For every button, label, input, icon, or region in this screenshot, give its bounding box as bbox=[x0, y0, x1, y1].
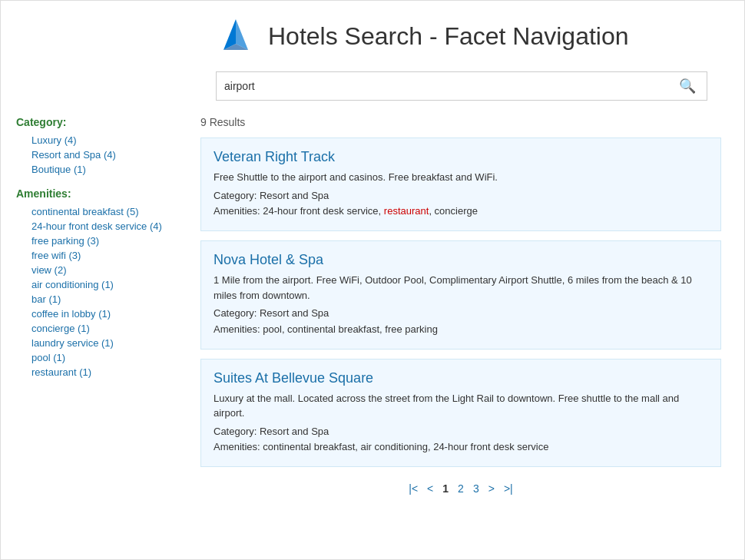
facet-free-wifi[interactable]: free wifi (3) bbox=[16, 250, 185, 261]
pagination-page-1: 1 bbox=[442, 482, 449, 495]
result-amenities-3: Amenities: continental breakfast, air co… bbox=[214, 439, 708, 456]
pagination-page-2[interactable]: 2 bbox=[458, 482, 464, 495]
main-layout: Category: Luxury (4) Resort and Spa (4) … bbox=[16, 116, 721, 495]
facet-view[interactable]: view (2) bbox=[16, 264, 185, 276]
facet-continental-breakfast[interactable]: continental breakfast (5) bbox=[16, 206, 185, 217]
result-amenities-1: Amenities: 24-hour front desk service, r… bbox=[214, 204, 708, 220]
pagination-next[interactable]: > bbox=[488, 482, 495, 495]
facet-boutique[interactable]: Boutique (1) bbox=[16, 164, 185, 175]
search-area: 🔍 bbox=[16, 71, 721, 101]
facet-resort-spa[interactable]: Resort and Spa (4) bbox=[16, 149, 185, 161]
facet-concierge[interactable]: concierge (1) bbox=[16, 323, 185, 334]
facet-restaurant[interactable]: restaurant (1) bbox=[16, 366, 185, 378]
pagination-prev[interactable]: < bbox=[427, 482, 433, 495]
result-desc-3: Luxury at the mall. Located across the s… bbox=[214, 391, 708, 421]
pagination-page-3[interactable]: 3 bbox=[473, 482, 479, 495]
category-label: Category: bbox=[16, 116, 185, 128]
result-item: Suites At Bellevue Square Luxury at the … bbox=[200, 359, 721, 468]
results-count: 9 Results bbox=[200, 116, 721, 128]
page-title: Hotels Search - Facet Navigation bbox=[268, 22, 629, 51]
facet-pool[interactable]: pool (1) bbox=[16, 352, 185, 363]
facet-coffee-lobby[interactable]: coffee in lobby (1) bbox=[16, 308, 185, 320]
result-item: Nova Hotel & Spa 1 Mile from the airport… bbox=[200, 240, 721, 350]
result-desc-1: Free Shuttle to the airport and casinos.… bbox=[214, 170, 708, 185]
result-category-2: Category: Resort and Spa bbox=[214, 306, 708, 322]
logo-icon bbox=[216, 16, 256, 56]
facet-laundry[interactable]: laundry service (1) bbox=[16, 337, 185, 349]
result-desc-2: 1 Mile from the airport. Free WiFi, Outd… bbox=[214, 273, 708, 303]
facet-air-conditioning[interactable]: air conditioning (1) bbox=[16, 279, 185, 290]
facet-luxury[interactable]: Luxury (4) bbox=[16, 134, 185, 146]
result-title-1[interactable]: Veteran Right Track bbox=[214, 149, 708, 165]
pagination: |< < 1 2 3 > >| bbox=[200, 482, 721, 495]
header: Hotels Search - Facet Navigation bbox=[16, 16, 721, 56]
result-amenities-2: Amenities: pool, continental breakfast, … bbox=[214, 322, 708, 338]
page-container: Hotels Search - Facet Navigation 🔍 Categ… bbox=[0, 0, 745, 560]
facet-bar[interactable]: bar (1) bbox=[16, 293, 185, 305]
pagination-first[interactable]: |< bbox=[409, 482, 418, 495]
result-item: Veteran Right Track Free Shuttle to the … bbox=[200, 138, 721, 231]
result-category-1: Category: Resort and Spa bbox=[214, 188, 708, 204]
amenities-label: Amenities: bbox=[16, 187, 185, 200]
result-title-3[interactable]: Suites At Bellevue Square bbox=[214, 370, 708, 386]
pagination-last[interactable]: >| bbox=[504, 482, 513, 495]
result-title-2[interactable]: Nova Hotel & Spa bbox=[214, 252, 708, 268]
facet-free-parking[interactable]: free parking (3) bbox=[16, 235, 185, 247]
search-button[interactable]: 🔍 bbox=[676, 78, 699, 94]
category-section: Category: Luxury (4) Resort and Spa (4) … bbox=[16, 116, 185, 175]
facet-24hr-front-desk[interactable]: 24-hour front desk service (4) bbox=[16, 220, 185, 232]
search-box: 🔍 bbox=[216, 71, 707, 101]
amenities-section: Amenities: continental breakfast (5) 24-… bbox=[16, 187, 185, 378]
result-category-3: Category: Resort and Spa bbox=[214, 424, 708, 440]
search-input[interactable] bbox=[224, 80, 676, 92]
results-area: 9 Results Veteran Right Track Free Shutt… bbox=[200, 116, 721, 495]
highlight-restaurant: restaurant bbox=[384, 205, 429, 217]
sidebar: Category: Luxury (4) Resort and Spa (4) … bbox=[16, 116, 200, 495]
